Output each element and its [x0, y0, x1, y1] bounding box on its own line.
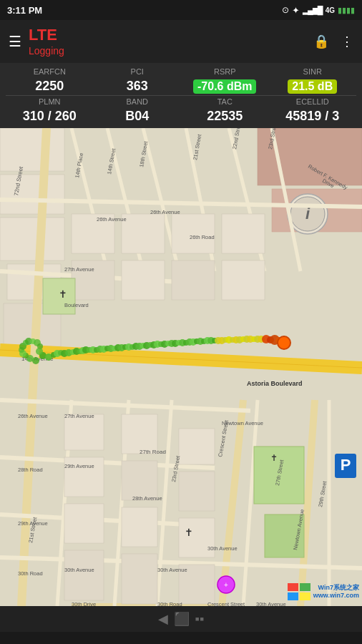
tac-label-cell: TAC — [181, 96, 269, 107]
tac-value: 22535 — [184, 109, 266, 124]
pci-value: 363 — [97, 79, 179, 94]
plmn-label: PLMN — [9, 97, 91, 106]
svg-text:26th Avenue: 26th Avenue — [150, 209, 180, 215]
sinr-label-cell: SINR — [269, 66, 357, 77]
logging-label: Logging — [29, 45, 313, 57]
windows-flag-icon — [288, 583, 310, 600]
svg-rect-181 — [300, 583, 310, 591]
svg-rect-1 — [0, 128, 64, 171]
svg-text:27th Road: 27th Road — [140, 449, 166, 455]
svg-rect-39 — [122, 461, 157, 500]
sinr-label: SINR — [272, 67, 354, 76]
svg-rect-183 — [300, 592, 310, 600]
svg-text:✝: ✝ — [59, 288, 67, 300]
plmn-label-cell: PLMN — [6, 96, 94, 107]
nav-back-icon[interactable]: ◀ — [158, 611, 168, 627]
svg-rect-55 — [222, 260, 265, 300]
location-icon: ⊙ — [282, 5, 289, 15]
top-right-actions: 🔒 ⋮ — [313, 34, 353, 49]
more-options-icon[interactable]: ⋮ — [341, 34, 353, 49]
watermark-line1: Win7系统之家 — [318, 584, 359, 591]
svg-rect-43 — [179, 472, 215, 511]
rsrp-label: RSRP — [184, 67, 266, 76]
signal-icon: ▂▄▆█ — [303, 6, 323, 15]
status-bar: 3:11 PM ⊙ ✦ ▂▄▆█ 4G ▮▮▮▮ — [0, 0, 362, 20]
svg-text:30th Road: 30th Road — [157, 601, 182, 606]
band-value-cell: B04 — [94, 107, 182, 125]
hamburger-menu-icon[interactable]: ☰ — [9, 33, 21, 50]
plmn-value-cell: 310 / 260 — [6, 107, 94, 125]
ecellid-value: 45819 / 3 — [272, 109, 354, 124]
svg-text:Astoria Boulevard: Astoria Boulevard — [247, 380, 303, 387]
band-label-cell: Band — [94, 96, 182, 107]
map-svg: i — [0, 128, 362, 606]
status-time: 3:11 PM — [7, 5, 42, 16]
svg-text:Boulevard: Boulevard — [64, 302, 89, 308]
nav-home-icon[interactable]: ⬛ — [174, 611, 190, 627]
svg-point-167 — [278, 336, 290, 349]
svg-text:30th Avenue: 30th Avenue — [207, 545, 238, 552]
rsrp-label-cell: RSRP — [181, 66, 269, 77]
network-type-icon: 4G — [326, 6, 335, 14]
svg-point-179 — [36, 348, 43, 355]
earfcn-value: 2250 — [9, 79, 91, 94]
nav-recent-icon[interactable]: ▪▪ — [195, 612, 205, 627]
sinr-value: 21.5 dB — [288, 79, 337, 94]
earfcn-label-cell: EARFCN — [6, 66, 94, 77]
svg-text:27th Avenue: 27th Avenue — [64, 266, 94, 273]
rsrp-value: -70.6 dBm — [193, 79, 256, 94]
sinr-value-cell: 21.5 dB — [269, 77, 357, 95]
svg-rect-37 — [64, 550, 104, 600]
svg-text:Crescent Street: Crescent Street — [207, 601, 245, 606]
svg-text:✝: ✝ — [270, 453, 278, 463]
lock-icon[interactable]: 🔒 — [313, 34, 329, 49]
svg-text:26th Avenue: 26th Avenue — [18, 413, 48, 419]
pci-label: PCI — [97, 67, 179, 76]
top-bar: ☰ LTE Logging 🔒 ⋮ — [0, 20, 362, 63]
grid-labels-row1: EARFCN PCI RSRP SINR — [6, 66, 356, 77]
app-title-block: LTE Logging — [29, 26, 313, 57]
info-grid: EARFCN PCI RSRP SINR 2250 363 -70.6 dBm … — [0, 63, 362, 128]
svg-text:30th Road: 30th Road — [18, 570, 43, 577]
svg-rect-38 — [122, 414, 157, 454]
svg-rect-51 — [222, 214, 265, 253]
bottom-navigation-bar: ◀ ⬛ ▪▪ — [0, 606, 362, 632]
watermark-text: Win7系统之家 www.win7.com — [313, 584, 359, 600]
rsrp-value-cell: -70.6 dBm — [181, 77, 269, 95]
plmn-value: 310 / 260 — [9, 109, 91, 124]
svg-rect-34 — [64, 414, 104, 450]
band-label: Band — [97, 97, 179, 106]
svg-rect-180 — [288, 583, 298, 591]
svg-text:28th Road: 28th Road — [18, 467, 43, 473]
grid-labels-row2: PLMN Band TAC ECellID — [6, 96, 356, 107]
ecellid-label-cell: ECellID — [269, 96, 357, 107]
svg-rect-41 — [122, 554, 157, 604]
svg-text:28th Avenue: 28th Avenue — [132, 495, 162, 502]
pci-label-cell: PCI — [94, 66, 182, 77]
pci-value-cell: 363 — [94, 77, 182, 95]
svg-text:30th Drive: 30th Drive — [72, 601, 96, 606]
svg-rect-3 — [0, 218, 64, 260]
grid-values-row2: 310 / 260 B04 22535 45819 / 3 — [6, 107, 356, 125]
battery-icon: ▮▮▮▮ — [338, 6, 355, 15]
svg-rect-42 — [179, 429, 215, 464]
svg-text:30th Avenue: 30th Avenue — [157, 567, 187, 573]
ecellid-value-cell: 45819 / 3 — [269, 107, 357, 125]
svg-rect-40 — [122, 507, 157, 547]
svg-rect-54 — [172, 260, 215, 300]
network-label: LTE — [29, 26, 313, 44]
svg-text:26th Road: 26th Road — [190, 234, 215, 240]
svg-rect-182 — [288, 592, 298, 600]
tac-value-cell: 22535 — [181, 107, 269, 125]
band-value: B04 — [97, 109, 179, 124]
svg-text:30th Avenue: 30th Avenue — [256, 601, 286, 606]
earfcn-label: EARFCN — [9, 67, 91, 76]
svg-text:30th Avenue: 30th Avenue — [64, 567, 94, 573]
svg-rect-49 — [122, 214, 165, 253]
svg-rect-53 — [122, 260, 165, 300]
map-area[interactable]: i — [0, 128, 362, 606]
svg-rect-2 — [0, 175, 64, 214]
tac-label: TAC — [184, 97, 266, 106]
svg-text:+: + — [224, 581, 228, 589]
svg-text:27th Avenue: 27th Avenue — [64, 413, 94, 419]
